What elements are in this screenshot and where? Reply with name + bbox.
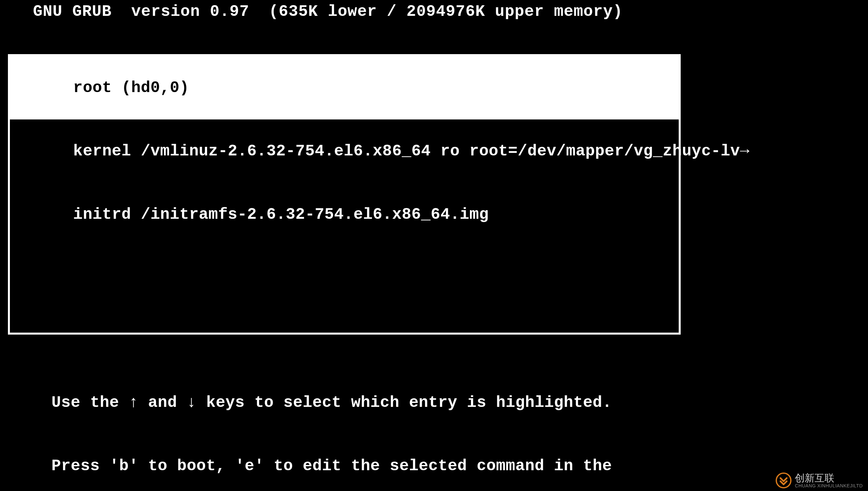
- watermark-logo-icon: [776, 472, 792, 488]
- watermark: 创新互联 CHUANG XINHULIANKEJILTD: [770, 470, 868, 491]
- help-line: Press 'b' to boot, 'e' to edit the selec…: [52, 455, 641, 476]
- menu-entry-kernel[interactable]: kernel /vmlinuz-2.6.32-754.el6.x86_64 ro…: [10, 119, 679, 183]
- help-line: Use the ↑ and ↓ keys to select which ent…: [52, 392, 641, 413]
- grub-header: GNU GRUB version 0.97 (635K lower / 2094…: [33, 3, 623, 21]
- menu-entry-text: kernel /vmlinuz-2.6.32-754.el6.x86_64 ro…: [73, 142, 740, 160]
- watermark-text: 创新互联 CHUANG XINHULIANKEJILTD: [795, 472, 863, 488]
- grub-screen: GNU GRUB version 0.97 (635K lower / 2094…: [0, 0, 868, 491]
- grub-entry-menu[interactable]: root (hd0,0) kernel /vmlinuz-2.6.32-754.…: [8, 54, 681, 335]
- menu-entry-root[interactable]: root (hd0,0): [10, 56, 679, 119]
- watermark-cn: 创新互联: [795, 472, 863, 483]
- truncation-arrow-icon: →: [740, 141, 750, 162]
- grub-help-text: Use the ↑ and ↓ keys to select which ent…: [52, 350, 641, 491]
- menu-entry-initrd[interactable]: initrd /initramfs-2.6.32-754.el6.x86_64.…: [10, 183, 679, 246]
- menu-entry-text: initrd /initramfs-2.6.32-754.el6.x86_64.…: [73, 206, 489, 223]
- menu-entry-text: root (hd0,0): [73, 79, 189, 97]
- watermark-en: CHUANG XINHULIANKEJILTD: [795, 483, 863, 488]
